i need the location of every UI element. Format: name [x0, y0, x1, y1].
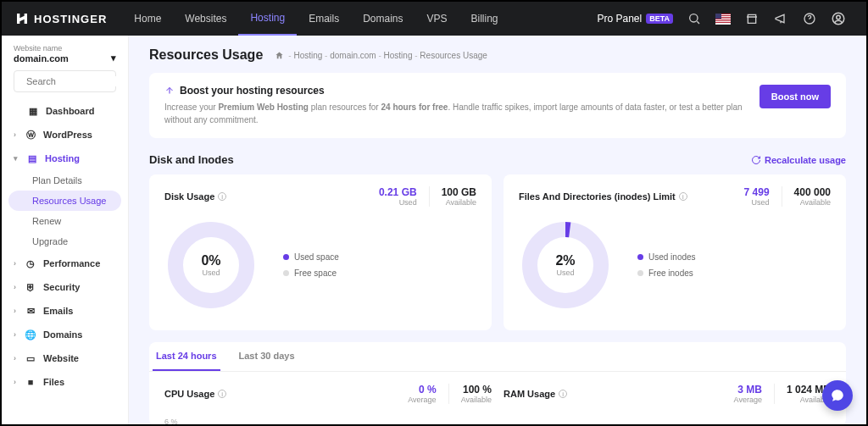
sidebar-item-hosting[interactable]: ▾▤Hosting	[2, 147, 128, 170]
banner-title: Boost your hosting resources	[180, 85, 325, 97]
domains-icon: 🌐	[25, 329, 36, 340]
sidebar-item-performance[interactable]: ›◷Performance	[2, 252, 128, 275]
pro-panel-label: Pro Panel	[597, 13, 642, 25]
help-icon[interactable]	[802, 11, 817, 26]
nav-billing[interactable]: Billing	[459, 2, 510, 36]
chevron-right-icon: ›	[14, 283, 16, 291]
nav-vps[interactable]: VPS	[415, 2, 459, 36]
profile-icon[interactable]	[831, 11, 846, 26]
website-value: domain.com	[14, 53, 69, 64]
boost-banner: Boost your hosting resources Increase yo…	[149, 73, 846, 138]
dashboard-icon: ▦	[27, 105, 39, 117]
sidebar-sub-upgrade[interactable]: Upgrade	[2, 231, 128, 252]
info-icon[interactable]: i	[218, 390, 226, 398]
sidebar-sub-plan-details[interactable]: Plan Details	[2, 170, 128, 191]
sidebar-item-label: Domains	[43, 329, 82, 340]
ram-usage-panel: RAM Usagei 3 MBAverage 1 024 MBAvailable	[504, 384, 831, 424]
announce-icon[interactable]	[773, 11, 788, 26]
nav-hosting[interactable]: Hosting	[238, 2, 297, 36]
breadcrumb-item[interactable]: Hosting	[293, 51, 322, 60]
legend-free-inodes: Free inodes	[637, 268, 696, 278]
disk-donut-chart: 0%Used	[164, 219, 258, 312]
nav-home[interactable]: Home	[122, 2, 173, 36]
chat-icon	[830, 388, 845, 403]
inodes-donut-chart: 2%Used	[519, 219, 612, 312]
pro-panel-link[interactable]: Pro Panel BETA	[597, 13, 673, 25]
boost-now-button[interactable]: Boost now	[760, 85, 831, 108]
disk-inodes-title: Disk and Inodes	[149, 153, 234, 166]
chevron-right-icon: ›	[14, 378, 16, 386]
recalculate-button[interactable]: Recalculate usage	[751, 155, 846, 165]
chat-widget-button[interactable]	[822, 380, 853, 411]
disk-used-value: 0.21 GB	[379, 186, 417, 198]
sidebar-item-files[interactable]: ›■Files	[2, 370, 128, 394]
brand-text: HOSTINGER	[34, 13, 107, 25]
arrow-up-icon	[164, 86, 175, 96]
sidebar-item-dashboard[interactable]: ▦Dashboard	[2, 99, 128, 123]
website-selector[interactable]: domain.com ▾	[14, 53, 116, 64]
sidebar-item-label: WordPress	[43, 130, 92, 140]
cpu-axis-tick: 6 %	[164, 409, 492, 424]
svg-point-3	[837, 15, 841, 19]
wordpress-icon: ⓦ	[25, 129, 36, 141]
usage-over-time-card: Last 24 hoursLast 30 days CPU Usagei 0 %…	[149, 342, 846, 424]
sidebar-search[interactable]	[14, 70, 116, 92]
nav-emails[interactable]: Emails	[297, 2, 351, 36]
breadcrumb: - Hosting - domain.com - Hosting - Resou…	[275, 51, 487, 60]
info-icon[interactable]: i	[218, 192, 226, 201]
tab-last-30-days[interactable]: Last 30 days	[236, 342, 298, 371]
chevron-down-icon: ▾	[14, 154, 18, 163]
files-icon: ■	[25, 376, 36, 388]
ram-average-value: 3 MB	[734, 384, 762, 396]
performance-icon: ◷	[25, 257, 36, 269]
sidebar-item-label: Website	[43, 353, 79, 363]
store-icon[interactable]	[744, 11, 760, 26]
banner-description: Increase your Premium Web Hosting plan r…	[164, 101, 744, 126]
chevron-right-icon: ›	[14, 307, 16, 315]
cpu-usage-panel: CPU Usagei 0 %Average 100 %Available 6 %	[164, 384, 492, 424]
svg-point-0	[690, 14, 698, 22]
sidebar-item-security[interactable]: ›⛨Security	[2, 275, 128, 299]
sidebar-item-label: Security	[43, 282, 80, 292]
chevron-right-icon: ›	[14, 354, 16, 362]
cpu-usage-title: CPU Usage	[164, 389, 214, 399]
website-icon: ▭	[25, 352, 36, 364]
website-name-label: Website name	[14, 44, 116, 53]
tab-last-24-hours[interactable]: Last 24 hours	[153, 342, 220, 371]
refresh-icon	[751, 155, 761, 165]
search-input[interactable]	[26, 76, 129, 86]
emails-icon: ✉	[25, 305, 36, 317]
disk-available-value: 100 GB	[442, 186, 476, 198]
inodes-available-value: 400 000	[794, 186, 831, 198]
info-icon[interactable]: i	[559, 390, 567, 398]
legend-free-space: Free space	[283, 268, 339, 278]
top-navbar: HOSTINGER HomeWebsitesHostingEmailsDomai…	[2, 2, 866, 36]
legend-used-inodes: Used inodes	[637, 252, 696, 262]
sidebar-sub-renew[interactable]: Renew	[2, 211, 128, 231]
locale-flag[interactable]	[715, 11, 731, 26]
sidebar-item-label: Hosting	[45, 153, 80, 163]
beta-badge: BETA	[646, 14, 673, 24]
inodes-card: Files And Directories (inodes) Limiti 7 …	[504, 174, 846, 330]
breadcrumb-item[interactable]: Hosting	[384, 51, 413, 60]
main-content: Resources Usage - Hosting - domain.com -…	[129, 36, 866, 424]
info-icon[interactable]: i	[679, 192, 687, 201]
security-icon: ⛨	[25, 281, 36, 293]
sidebar: Website name domain.com ▾ ▦Dashboard›ⓦWo…	[2, 36, 129, 424]
sidebar-item-label: Emails	[43, 306, 73, 316]
brand-logo[interactable]: HOSTINGER	[15, 12, 107, 25]
hosting-icon: ▤	[26, 152, 38, 164]
sidebar-item-wordpress[interactable]: ›ⓦWordPress	[2, 123, 128, 147]
breadcrumb-item[interactable]: domain.com	[330, 51, 376, 60]
nav-websites[interactable]: Websites	[173, 2, 238, 36]
home-icon[interactable]	[275, 51, 284, 60]
sidebar-item-domains[interactable]: ›🌐Domains	[2, 323, 128, 346]
sidebar-item-emails[interactable]: ›✉Emails	[2, 299, 128, 323]
nav-domains[interactable]: Domains	[351, 2, 415, 36]
sidebar-item-label: Files	[43, 377, 64, 387]
sidebar-item-label: Dashboard	[46, 106, 94, 116]
sidebar-item-website[interactable]: ›▭Website	[2, 346, 128, 370]
sidebar-sub-resources-usage[interactable]: Resources Usage	[8, 191, 121, 211]
search-icon[interactable]	[687, 11, 702, 26]
breadcrumb-item[interactable]: Resources Usage	[420, 51, 487, 60]
